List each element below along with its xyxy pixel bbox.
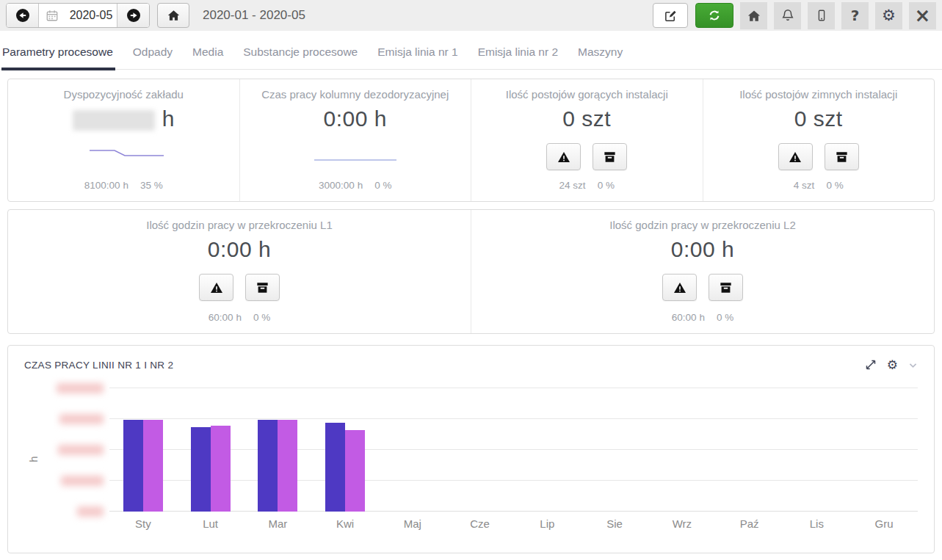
kpi-limit: 60:00 h [209,312,242,323]
bar-group-mar [244,388,312,512]
kpi-value: 0:00 h [240,106,471,131]
bar-group-cze [446,388,514,512]
chart-settings-button[interactable]: ⚙ [887,357,898,372]
collapse-chart-button[interactable] [908,360,918,370]
kpi-actions [8,274,471,301]
kpi-value: 0 szt [703,106,935,131]
warning-icon [789,151,802,163]
calendar-icon [39,4,65,27]
arrow-circle-right-icon [126,8,141,23]
kpi-limit: 3000:00 h [319,180,363,191]
kpi-actions [471,143,703,170]
kpi-stats: 8100:00 h35 % [8,180,239,191]
home-button[interactable] [740,2,767,29]
bar-group-gru [850,388,918,512]
expand-chart-button[interactable] [865,359,877,371]
bar-linia-nr-1 [258,420,278,512]
redacted-value [73,110,155,131]
kpi-title: Dyspozycyjność zakładu [8,88,239,101]
x-tick-label: Paź [716,517,783,530]
x-tick-label: Cze [446,517,514,530]
alarms-button[interactable] [662,274,697,301]
x-tick-label: Wrz [648,517,716,530]
kpi-dyspozycyjnosc-zakladu: Dyspozycyjność zakładu h 8100:00 h35 % [8,79,239,201]
archive-icon [720,282,732,294]
tab-parametry-procesowe[interactable]: Parametry procesowe [1,46,114,69]
edit-pencil-icon [664,9,678,23]
chart-title: CZAS PRACY LINII NR 1 I NR 2 [24,360,173,371]
x-tick-label: Sie [581,517,648,530]
kpi-limit: 60:00 h [672,312,705,323]
bar-group-lut [177,388,244,512]
expand-icon [865,359,877,371]
mobile-view-button[interactable] [808,2,835,29]
period-navigator [6,3,150,28]
kpi-czas-pracy-kolumny: Czas pracy kolumny dezodoryzacyjnej 0:00… [239,79,471,201]
tab-emisja-linia-nr-1[interactable]: Emisja linia nr 1 [377,46,458,69]
warning-icon [210,282,223,294]
alarms-button[interactable] [546,143,581,170]
kpi-value: h [8,106,239,131]
tab-media[interactable]: Media [192,46,224,69]
bar-group-wrz [648,388,716,512]
help-button[interactable]: ? [841,2,869,29]
period-input[interactable] [65,4,117,27]
archive-button[interactable] [245,274,280,301]
tab-odpady[interactable]: Odpady [132,46,173,69]
edit-button[interactable] [653,3,688,28]
refresh-button[interactable] [695,3,733,28]
kpi-percent: 0 % [253,312,270,323]
next-period-button[interactable] [117,4,149,27]
gear-icon: ⚙ [887,357,898,372]
redacted-y-tick [57,383,104,393]
kpi-limit: 8100:00 h [84,180,128,191]
bell-icon [780,8,795,23]
topbar: 2020-01 - 2020-05 ? ⚙ × [0,0,942,31]
kpi-title: Ilość postojów zimnych instalacji [703,88,935,101]
bar-linia-nr-1 [191,427,211,512]
chart-tools: ⚙ [865,357,918,372]
x-tick-label: Gru [850,517,918,530]
tab-maszyny[interactable]: Maszyny [577,46,623,69]
bar-group-lip [514,388,581,512]
y-axis-ticks-redacted [42,388,109,512]
kpi-title: Ilość postojów gorących instalacji [471,88,703,101]
x-tick-label: Lip [514,517,581,530]
close-button[interactable]: × [909,2,936,29]
plot-area: StyLutMarKwiMajCzeLipSieWrzPaźLisGru [109,388,918,535]
redacted-y-tick [77,506,104,517]
sparkline [311,158,399,162]
kpi-stats: 3000:00 h0 % [240,180,471,191]
alarms-button[interactable] [199,274,233,301]
x-tick-label: Sty [109,517,177,530]
kpi-title: Ilość godzin pracy w przekroczeniu L1 [8,219,471,231]
refresh-icon [707,8,722,23]
home-icon [167,9,181,22]
tab-emisja-linia-nr-2[interactable]: Emisja linia nr 2 [477,46,559,69]
kpi-przekroczenie-l1: Ilość godzin pracy w przekroczeniu L1 0:… [8,210,471,333]
kpi-limit: 24 szt [559,180,586,191]
kpi-value: 0:00 h [471,237,934,262]
tab-substancje-procesowe[interactable]: Substancje procesowe [242,46,358,69]
archive-button[interactable] [825,143,859,170]
gear-icon: ⚙ [882,7,896,24]
archive-button[interactable] [709,274,743,301]
settings-button[interactable]: ⚙ [875,2,902,29]
prev-period-button[interactable] [7,4,39,27]
y-axis-label: h [24,382,42,535]
bar-linia-nr-1 [123,420,143,512]
bar-linia-nr-1 [325,423,345,512]
notifications-button[interactable] [774,2,801,29]
bar-group-kwi [311,388,379,512]
bar-group-lis [783,388,851,512]
kpi-postoje-gorace: Ilość postojów gorących instalacji 0 szt… [471,79,703,201]
alarms-button[interactable] [778,143,813,170]
warning-icon [557,151,570,163]
bar-linia-nr-2 [278,420,297,512]
home-period-button[interactable] [157,3,189,28]
x-tick-label: Maj [379,517,446,530]
kpi-row-2: Ilość godzin pracy w przekroczeniu L1 0:… [7,209,935,334]
archive-icon [256,282,269,294]
kpi-limit: 4 szt [794,180,815,191]
archive-button[interactable] [593,143,627,170]
